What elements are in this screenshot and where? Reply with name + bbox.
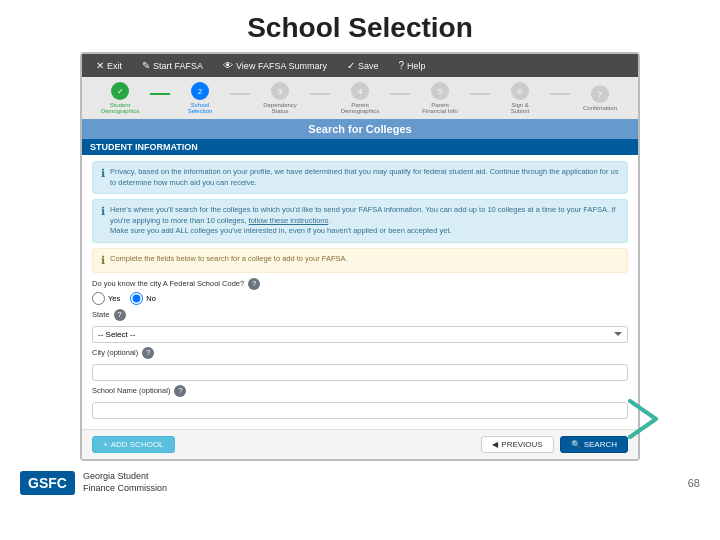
nav-summary-label: View FAFSA Summary <box>236 61 327 71</box>
radio-yes-input[interactable] <box>92 292 105 305</box>
previous-button[interactable]: ◀ PREVIOUS <box>481 436 553 453</box>
page-title: School Selection <box>0 0 720 52</box>
org-name: Georgia StudentFinance Commission <box>83 471 167 494</box>
connector-5 <box>470 93 490 95</box>
step-circle-5: 5 <box>431 82 449 100</box>
add-school-label: ADD SCHOOL <box>111 440 164 449</box>
follow-instructions-link[interactable]: follow these instructions <box>249 216 329 225</box>
nav-help-label: Help <box>407 61 426 71</box>
nav-save[interactable]: ✓ Save <box>341 58 385 73</box>
nav-start-fafsa[interactable]: ✎ Start FAFSA <box>136 58 209 73</box>
city-form-row: City (optional) ? <box>92 347 628 381</box>
state-help-icon[interactable]: ? <box>114 309 126 321</box>
exit-icon: ✕ <box>96 60 104 71</box>
nav-start-label: Start FAFSA <box>153 61 203 71</box>
step-label-4: ParentDemographics <box>341 102 380 114</box>
search-header: Search for Colleges <box>82 119 638 139</box>
info-box-privacy: ℹ Privacy, based on the information on y… <box>92 161 628 194</box>
top-nav: ✕ Exit ✎ Start FAFSA 👁 View FAFSA Summar… <box>82 54 638 77</box>
school-name-wrapper: Peavey College <box>92 399 628 419</box>
info-box-colleges: ℹ Here's where you'll search for the col… <box>92 199 628 243</box>
step-circle-7: 7 <box>591 85 609 103</box>
step-school-selection: 2 SchoolSelection <box>170 82 230 114</box>
step-label-5: ParentFinancial Info <box>422 102 458 114</box>
footer-logo: GSFC Georgia StudentFinance Commission <box>20 471 167 495</box>
help-icon: ? <box>398 60 404 71</box>
previous-label: PREVIOUS <box>501 440 542 449</box>
radio-help-icon[interactable]: ? <box>248 278 260 290</box>
page-number: 68 <box>688 477 700 489</box>
search-button[interactable]: 🔍 SEARCH <box>560 436 628 453</box>
search-label: SEARCH <box>584 440 617 449</box>
radio-label-text: Do you know the city A Federal School Co… <box>92 279 244 288</box>
eye-icon: 👁 <box>223 60 233 71</box>
step-label-7: Confirmation <box>583 105 617 111</box>
step-confirmation: 7 Confirmation <box>570 85 630 111</box>
info-text-2: Here's where you'll search for the colle… <box>110 205 619 237</box>
radio-no-label: No <box>146 294 156 303</box>
info-box-search: ℹ Complete the fields below to search fo… <box>92 248 628 273</box>
radio-yes[interactable]: Yes <box>92 292 120 305</box>
previous-icon: ◀ <box>492 440 498 449</box>
info-text-3: Complete the fields below to search for … <box>110 254 348 267</box>
step-label-3: DependencyStatus <box>263 102 297 114</box>
nav-view-summary[interactable]: 👁 View FAFSA Summary <box>217 58 333 73</box>
step-sign-submit: 6 Sign &Submit <box>490 82 550 114</box>
info-text-1: Privacy, based on the information on you… <box>110 167 619 188</box>
action-bar: + ADD SCHOOL ◀ PREVIOUS 🔍 SEARCH <box>82 429 638 459</box>
state-label: State ? <box>92 309 628 321</box>
step-label-2: SchoolSelection <box>188 102 213 114</box>
nav-exit[interactable]: ✕ Exit <box>90 58 128 73</box>
school-name-help-icon[interactable]: ? <box>174 385 186 397</box>
edit-icon: ✎ <box>142 60 150 71</box>
add-school-icon: + <box>103 440 108 449</box>
step-circle-6: 6 <box>511 82 529 100</box>
right-buttons: ◀ PREVIOUS 🔍 SEARCH <box>481 436 628 453</box>
connector-6 <box>550 93 570 95</box>
radio-no[interactable]: No <box>130 292 156 305</box>
state-select[interactable]: -- Select -- Alabama Georgia <box>92 326 628 343</box>
connector-4 <box>390 93 410 95</box>
info-icon-3: ℹ <box>101 254 105 267</box>
school-name-label: School Name (optional) ? <box>92 385 628 397</box>
search-form: Do you know the city A Federal School Co… <box>92 278 628 419</box>
radio-label: Do you know the city A Federal School Co… <box>92 278 628 290</box>
gsfc-logo: GSFC <box>20 471 75 495</box>
info-icon-1: ℹ <box>101 167 105 188</box>
city-input[interactable] <box>92 364 628 381</box>
connector-1 <box>150 93 170 95</box>
connector-2 <box>230 93 250 95</box>
city-label: City (optional) ? <box>92 347 628 359</box>
step-parent-demo: 4 ParentDemographics <box>330 82 390 114</box>
step-label-1: StudentDemographics <box>101 102 140 114</box>
nav-save-label: Save <box>358 61 379 71</box>
step-circle-3: 3 <box>271 82 289 100</box>
progress-steps: ✓ StudentDemographics 2 SchoolSelection … <box>82 77 638 119</box>
outer-frame: ✕ Exit ✎ Start FAFSA 👁 View FAFSA Summar… <box>80 52 640 461</box>
connector-3 <box>310 93 330 95</box>
step-dependency: 3 DependencyStatus <box>250 82 310 114</box>
teal-arrow-icon <box>628 399 658 439</box>
section-header: STUDENT INFORMATION <box>82 139 638 155</box>
city-label-text: City (optional) <box>92 348 138 357</box>
state-label-text: State <box>92 310 110 319</box>
state-form-row: State ? -- Select -- Alabama Georgia <box>92 309 628 343</box>
step-label-6: Sign &Submit <box>511 102 530 114</box>
school-name-input[interactable]: Peavey College <box>92 402 628 419</box>
step-circle-2: 2 <box>191 82 209 100</box>
add-school-button[interactable]: + ADD SCHOOL <box>92 436 175 453</box>
step-parent-financial: 5 ParentFinancial Info <box>410 82 470 114</box>
radio-no-input[interactable] <box>130 292 143 305</box>
nav-help[interactable]: ? Help <box>392 58 431 73</box>
content-area: ℹ Privacy, based on the information on y… <box>82 155 638 429</box>
step-circle-1: ✓ <box>111 82 129 100</box>
info-colleges-subtext: Make sure you add ALL colleges you've in… <box>110 226 452 235</box>
search-icon: 🔍 <box>571 440 581 449</box>
info-colleges-text: Here's where you'll search for the colle… <box>110 205 615 225</box>
save-icon: ✓ <box>347 60 355 71</box>
info-icon-2: ℹ <box>101 205 105 237</box>
nav-exit-label: Exit <box>107 61 122 71</box>
radio-group: Yes No <box>92 292 628 305</box>
city-help-icon[interactable]: ? <box>142 347 154 359</box>
step-circle-4: 4 <box>351 82 369 100</box>
